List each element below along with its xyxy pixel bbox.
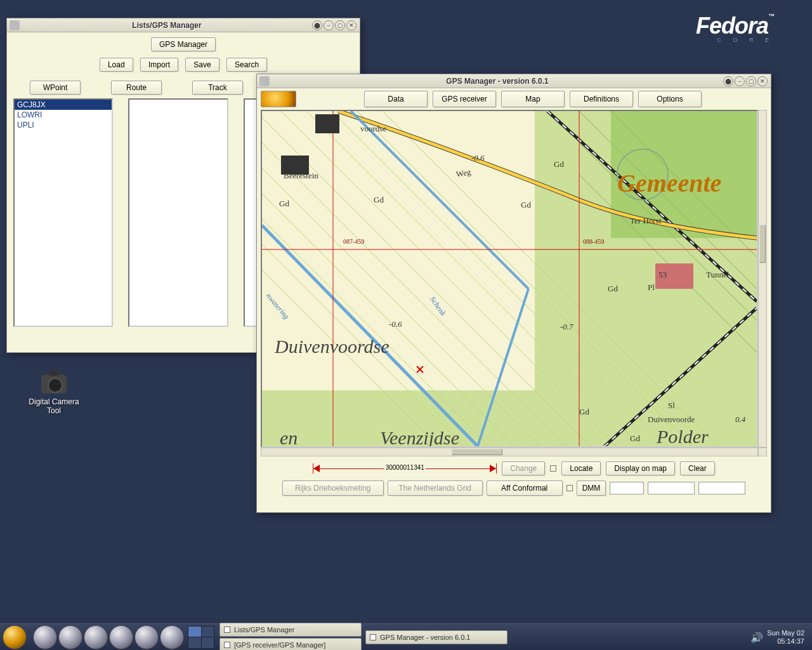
taskbar-label: Lists/GPS Manager (234, 626, 294, 633)
map-label: Duivenvoordse (275, 336, 390, 357)
launcher-icon[interactable] (109, 625, 133, 649)
map-label: Gd (554, 159, 564, 169)
wpoint-listbox[interactable]: GCJ8JX LOWRI UPLI (13, 98, 113, 327)
close-button[interactable]: ✕ (346, 20, 357, 30)
gpsman-logo-icon (261, 91, 296, 107)
grid-coord-label: 088-459 (583, 238, 604, 245)
import-button[interactable]: Import (140, 58, 178, 72)
clock[interactable]: Sun May 02 05:14:37 (767, 629, 804, 646)
taskbar: Lists/GPS Manager [GPS receiver/GPS Mana… (0, 623, 812, 650)
maximize-button[interactable]: ▢ (335, 20, 345, 30)
window-icon (370, 634, 376, 640)
grid-button[interactable]: The Netherlands Grid (388, 481, 483, 496)
menu-options[interactable]: Options (638, 91, 702, 107)
titlebar-lists[interactable]: Lists/GPS Manager ⬤ – ▢ ✕ (7, 18, 360, 32)
menu-map[interactable]: Map (501, 91, 565, 107)
map-label: -0.6 (389, 319, 402, 329)
map-label: Beerestein (284, 171, 318, 181)
app-icon (259, 76, 270, 86)
coord-field-3[interactable] (698, 482, 745, 494)
locate-button[interactable]: Locate (561, 461, 601, 475)
map-label: Gemeente (617, 168, 721, 198)
svg-rect-31 (315, 114, 339, 133)
map-label: Gd (374, 195, 384, 205)
clear-button[interactable]: Clear (680, 461, 715, 475)
window-gps-manager-map: GPS Manager - version 6.0.1 ⬤ – ▢ ✕ Data… (256, 74, 771, 513)
close-button[interactable]: ✕ (757, 76, 768, 86)
map-vertical-scrollbar[interactable] (758, 110, 767, 448)
taskbar-label: [GPS receiver/GPS Manager] (234, 641, 325, 649)
map-label: -0.6 (471, 153, 485, 163)
launcher-icon[interactable] (58, 625, 82, 649)
list-item[interactable]: UPLI (15, 120, 112, 130)
map-horizontal-scrollbar[interactable] (261, 448, 758, 456)
projection-button[interactable]: Aff Conformal (487, 481, 563, 496)
clock-time: 05:14:37 (767, 637, 804, 646)
map-label: en (280, 427, 298, 448)
checkbox[interactable] (566, 485, 573, 491)
coord-field-2[interactable] (648, 482, 695, 494)
gps-manager-button[interactable]: GPS Manager (151, 37, 216, 51)
desktop-camera-tool[interactable]: Digital Camera Tool (22, 375, 86, 415)
launcher-icon[interactable] (33, 625, 57, 649)
map-label: Sl (668, 401, 675, 411)
taskbar-window-button[interactable]: Lists/GPS Manager (219, 623, 362, 637)
map-label: Gd (521, 200, 531, 210)
checkbox[interactable] (550, 465, 556, 472)
map-svg (262, 111, 757, 446)
dmm-button[interactable]: DMM (577, 481, 606, 496)
start-menu-button[interactable] (3, 625, 27, 649)
menu-gps-receiver[interactable]: GPS receiver (433, 91, 496, 107)
map-label: -0.7 (560, 322, 573, 332)
volume-icon[interactable]: 🔊 (750, 632, 762, 643)
menu-definitions[interactable]: Definitions (570, 91, 633, 107)
taskbar-window-button[interactable]: GPS Manager - version 6.0.1 (365, 630, 508, 644)
list-item[interactable]: GCJ8JX (15, 100, 112, 110)
wpoint-header-button[interactable]: WPoint (30, 81, 81, 95)
map-label: Gd (630, 434, 640, 444)
scrollbar[interactable] (230, 98, 239, 327)
map-scale-bar: 30000011341 (313, 463, 497, 474)
launcher-icon[interactable] (134, 625, 159, 649)
rollup-button[interactable]: ⬤ (312, 20, 322, 30)
workspace-pager[interactable] (188, 626, 214, 649)
launcher-icon[interactable] (160, 625, 184, 649)
clock-date: Sun May 02 (767, 629, 804, 637)
launcher-icon[interactable] (84, 625, 108, 649)
map-label: 0.4 (735, 415, 745, 425)
datum-button[interactable]: Rijks Driehoeksmeting (282, 481, 384, 496)
route-listbox[interactable] (128, 98, 228, 327)
taskbar-label: GPS Manager - version 6.0.1 (380, 633, 470, 641)
map-label: voordse (360, 124, 386, 134)
titlebar-map[interactable]: GPS Manager - version 6.0.1 ⬤ – ▢ ✕ (257, 74, 771, 88)
coord-field-1[interactable] (610, 482, 644, 494)
save-button[interactable]: Save (185, 58, 219, 72)
map-label: Ter Horst (630, 216, 661, 226)
change-button[interactable]: Change (502, 461, 545, 475)
scrollbar[interactable] (114, 98, 123, 327)
load-button[interactable]: Load (100, 58, 133, 72)
fedora-logo: Fedora™ C O R E (696, 13, 774, 43)
camera-icon (41, 375, 67, 394)
search-button[interactable]: Search (226, 58, 267, 72)
maximize-button[interactable]: ▢ (746, 76, 756, 86)
window-title: Lists/GPS Manager (22, 21, 311, 30)
list-item[interactable]: LOWRI (15, 110, 112, 120)
display-on-map-button[interactable]: Display on map (606, 461, 675, 475)
rollup-button[interactable]: ⬤ (723, 76, 733, 86)
system-tray: 🔊 Sun May 02 05:14:37 (745, 629, 809, 646)
grid-coord-label: 087-459 (343, 238, 364, 245)
window-icon (224, 642, 230, 648)
taskbar-window-button[interactable]: [GPS receiver/GPS Manager] (219, 638, 362, 651)
map-label: Tunnel (706, 270, 729, 280)
desktop-icon-label: Digital Camera Tool (22, 397, 86, 415)
map-label: 53 (658, 270, 667, 280)
minimize-button[interactable]: – (735, 76, 745, 86)
track-header-button[interactable]: Track (192, 81, 243, 95)
menu-data[interactable]: Data (364, 91, 428, 107)
route-header-button[interactable]: Route (111, 81, 162, 95)
map-canvas[interactable]: voordse Beerestein -0.6 Weg Gd Gemeente … (261, 110, 758, 448)
minimize-button[interactable]: – (324, 20, 334, 30)
map-label: Gd (279, 199, 289, 209)
map-label: Duivenvoorde (648, 415, 695, 425)
